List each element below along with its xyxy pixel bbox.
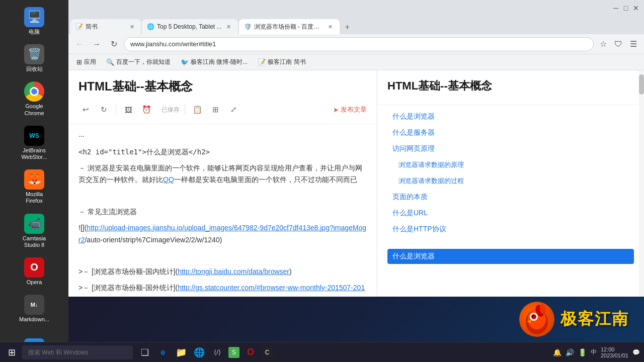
- recycle-icon: 🗑️: [24, 44, 44, 64]
- bookmark-weibo[interactable]: 🐦 极客江南 微博-随时...: [177, 57, 252, 67]
- opera-icon: O: [24, 257, 44, 278]
- desktop-icon-label: GoogleChrome: [24, 103, 44, 116]
- tab-close-button[interactable]: ✕: [225, 23, 233, 31]
- editor-line-domestic: >－ [浏览器市场份额-国内统计](http://tongji.baidu.co…: [78, 266, 367, 278]
- chrome-taskbar-icon[interactable]: 🌐: [192, 345, 206, 359]
- taskbar-tray: 🔔 🔊 🔋 中 12:002023/01/01 💬: [553, 346, 640, 358]
- green-icon[interactable]: S: [228, 347, 239, 358]
- tray-ime-icon[interactable]: 中: [591, 348, 597, 356]
- toc-item-browser[interactable]: 什么是浏览器: [387, 109, 634, 124]
- editor-line-text1: － 浏览器是安装在电脑里面的一个软件，能够让将网页内容呈现给用户查看，并让用户与…: [78, 162, 367, 187]
- minimize-button[interactable]: ─: [612, 4, 620, 12]
- preview-header: HTML基础--基本概念: [377, 70, 644, 105]
- close-button[interactable]: ✕: [632, 4, 640, 12]
- forward-button[interactable]: →: [90, 37, 104, 51]
- markdown-icon: M↓: [24, 295, 44, 315]
- brand-mascot: [519, 302, 554, 337]
- toc-item-http[interactable]: 什么是HTTP协议: [387, 222, 634, 237]
- desktop-icon-computer[interactable]: 🖥️ 电脑: [17, 5, 52, 37]
- nav-bar: ← → ↻ www.jianshu.com/writer#title1 ☆ 🛡 …: [68, 34, 644, 54]
- toc-item-url[interactable]: 什么是URL: [387, 206, 634, 221]
- tray-volume-icon[interactable]: 🔊: [566, 348, 574, 356]
- insert-image-button[interactable]: 🖼: [121, 103, 135, 117]
- svg-point-3: [531, 314, 536, 319]
- refresh-button[interactable]: ↻: [107, 37, 121, 51]
- opera-taskbar-icon[interactable]: O: [244, 345, 258, 359]
- code-icon[interactable]: ⟨/⟩: [210, 345, 224, 359]
- bookmark-baidu[interactable]: 🔍 百度一下，你就知道: [102, 57, 175, 67]
- notification-button[interactable]: 💬: [632, 349, 640, 356]
- desktop-icon-label: MozillaFirefox: [26, 191, 43, 204]
- desktop-icon-recycle[interactable]: 🗑️ 回收站: [17, 42, 52, 74]
- tray-network-icon[interactable]: 🔔: [553, 348, 561, 356]
- desktop-icon-chrome[interactable]: GoogleChrome: [17, 79, 52, 118]
- copy-button[interactable]: 📋: [190, 103, 204, 117]
- desktop: 🖥️ 电脑 🗑️ 回收站 GoogleChrome WS JetBrainsWe…: [0, 0, 68, 342]
- tabs-bar: 📝 简书 ✕ 🌐 Top 5 Desktop, Tablet ... ✕ 🛡️ …: [68, 16, 644, 34]
- tab-top5[interactable]: 🌐 Top 5 Desktop, Tablet ... ✕: [142, 19, 238, 34]
- desktop-icon-label: 回收站: [26, 66, 43, 72]
- bookmark-label: 极客江南 微博-随时...: [191, 58, 248, 66]
- tab-browser-market[interactable]: 🛡️ 浏览器市场份额 - 百度抗... ✕: [239, 19, 340, 34]
- bookmarks-bar: ⊞ 应用 🔍 百度一下，你就知道 🐦 极客江南 微博-随时... 📝 极客江南 …: [68, 54, 644, 70]
- address-bar[interactable]: www.jianshu.com/writer#title1: [124, 37, 594, 51]
- new-tab-button[interactable]: +: [341, 20, 355, 34]
- mascot-svg: [522, 302, 552, 337]
- menu-icon[interactable]: ☰: [627, 38, 640, 51]
- desktop-icon-opera[interactable]: O Opera: [17, 255, 52, 288]
- desktop-icon-camtasia[interactable]: 📹 CamtasiaStudio 8: [17, 212, 52, 250]
- toc-item-server[interactable]: 什么是服务器: [387, 125, 634, 140]
- baidu-icon: 🔍: [106, 58, 114, 66]
- camtasia-icon: 📹: [24, 214, 44, 234]
- brand-text: 极客江南: [560, 308, 629, 330]
- start-button[interactable]: ⊞: [4, 345, 19, 360]
- toc-item-request-principle[interactable]: 浏览器请求数据的原理: [387, 157, 634, 172]
- task-view-button[interactable]: ❑: [138, 345, 152, 359]
- bookmark-apps[interactable]: ⊞ 应用: [72, 57, 100, 67]
- desktop-icon-label: Opera: [27, 279, 42, 286]
- desktop-icon-label: CamtasiaStudio 8: [23, 235, 46, 248]
- browser-window: ─ □ ✕ 📝 简书 ✕ 🌐 Top 5 Desktop, Tablet ...…: [68, 0, 644, 342]
- tray-time: 12:002023/01/01: [601, 346, 628, 358]
- toolbar-separator-2: [185, 105, 185, 115]
- jetbrains-icon: WS: [24, 126, 44, 146]
- tab-jianshu[interactable]: 📝 简书 ✕: [70, 19, 141, 34]
- desktop-icon-firefox[interactable]: 🦊 MozillaFirefox: [17, 167, 52, 206]
- toc-item-request-process[interactable]: 浏览器请求数据的过程: [387, 173, 634, 189]
- desktop-icon-markdown[interactable]: M↓ Markdown...: [17, 293, 52, 331]
- taskbar-icons: ❑ e 📁 🌐 ⟨/⟩ S O C: [138, 345, 273, 359]
- brand-logo: 极客江南: [519, 302, 629, 337]
- brand-area: 极客江南: [68, 297, 644, 342]
- file-explorer-icon[interactable]: 📁: [174, 345, 188, 359]
- tab-close-button[interactable]: ✕: [128, 23, 136, 31]
- tab-close-button[interactable]: ✕: [327, 23, 335, 31]
- bookmark-jianshu[interactable]: 📝 极客江南 简书: [254, 57, 309, 67]
- expand-button[interactable]: ⤢: [226, 103, 240, 117]
- maximize-button[interactable]: □: [622, 4, 630, 12]
- tray-battery-icon[interactable]: 🔋: [578, 348, 587, 356]
- tab-favicon: 📝: [75, 23, 83, 30]
- bookmark-star-icon[interactable]: ☆: [597, 38, 610, 51]
- toc-item-page-nature[interactable]: 页面的本质: [387, 190, 634, 205]
- desktop-icon-jetbrains[interactable]: WS JetBrainsWebStor...: [17, 124, 52, 162]
- svg-point-4: [532, 315, 534, 317]
- desktop-icon-label: Markdown...: [19, 316, 49, 329]
- taskbar-search[interactable]: [22, 345, 133, 359]
- editor-line-image: ![](http://upload-images.jianshu.io/uplo…: [78, 222, 367, 246]
- saved-status: 已保存: [162, 106, 180, 114]
- back-button[interactable]: ←: [72, 37, 87, 51]
- publish-button[interactable]: ➤ 发布文章: [333, 105, 367, 114]
- desktop-icon-label: 电脑: [29, 29, 40, 35]
- toc-item-browser-highlighted[interactable]: 什么是浏览器: [387, 249, 634, 264]
- window-controls: ─ □ ✕: [612, 4, 640, 12]
- undo-button[interactable]: ↩: [78, 103, 93, 117]
- desktop-icon-label: JetBrainsWebStor...: [21, 147, 47, 160]
- shield-icon[interactable]: 🛡: [612, 38, 625, 51]
- column-view-button[interactable]: ⊞: [208, 103, 222, 117]
- toc-item-access[interactable]: 访问网页原理: [387, 141, 634, 156]
- edge-browser-icon[interactable]: e: [156, 345, 170, 359]
- dark-icon[interactable]: C: [262, 347, 273, 358]
- insert-time-button[interactable]: ⏰: [139, 103, 153, 117]
- apps-icon: ⊞: [76, 58, 82, 66]
- redo-button[interactable]: ↻: [97, 103, 111, 117]
